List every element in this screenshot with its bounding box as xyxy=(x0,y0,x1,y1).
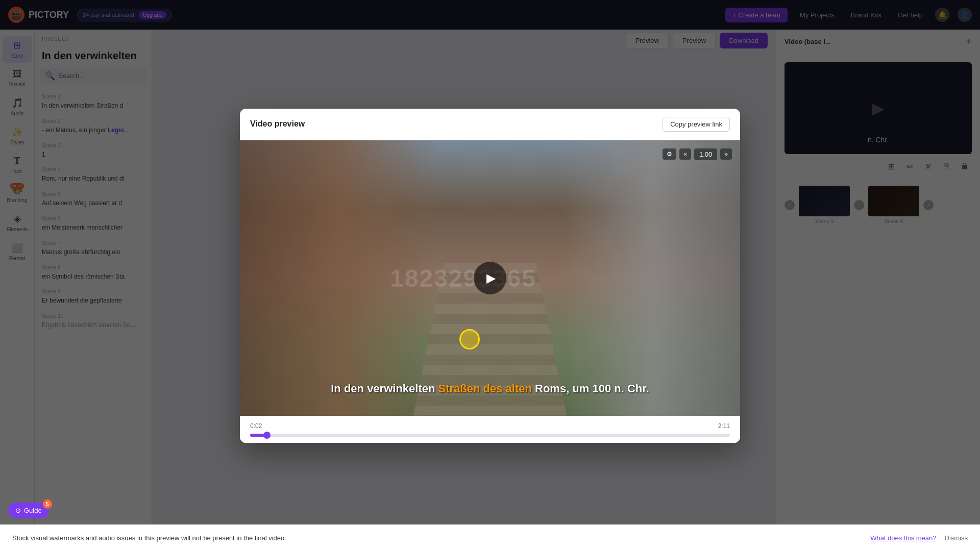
video-background: 1823293365 ▶ In den verwinkelten Straßen… xyxy=(240,140,740,416)
guide-badge: 5 xyxy=(43,499,52,509)
dismiss-button[interactable]: Dismiss xyxy=(945,534,968,542)
settings-button[interactable]: ⚙ xyxy=(663,148,676,160)
video-area: 1823293365 ▶ In den verwinkelten Straßen… xyxy=(240,140,740,416)
cursor-highlight xyxy=(459,329,480,349)
guide-button[interactable]: ⊙ Guide 5 xyxy=(8,503,49,518)
video-timeline: 0:02 2:11 xyxy=(240,416,740,443)
timeline-bar[interactable] xyxy=(250,434,730,437)
play-icon: ▶ xyxy=(486,271,496,285)
notice-actions: What does this mean? Dismiss xyxy=(870,534,968,542)
what-does-this-mean-link[interactable]: What does this mean? xyxy=(870,534,936,542)
current-time: 0:02 xyxy=(250,422,262,430)
bottom-notice: Stock visual watermarks and audio issues… xyxy=(0,524,980,551)
speed-display: 1.00 xyxy=(694,148,717,160)
wall-right xyxy=(565,140,740,416)
modal-overlay[interactable]: Video preview Copy preview link 18232933… xyxy=(0,0,980,551)
rewind-button[interactable]: « xyxy=(679,148,691,160)
video-preview-modal: Video preview Copy preview link 18232933… xyxy=(240,109,740,443)
video-subtitle: In den verwinkelten Straßen des alten Ro… xyxy=(331,382,649,395)
watermark: 1823293365 xyxy=(390,264,536,292)
guide-icon: ⊙ xyxy=(15,507,21,514)
fast-forward-button[interactable]: » xyxy=(720,148,732,160)
video-controls-overlay: ⚙ « 1.00 » xyxy=(663,148,732,160)
notice-text: Stock visual watermarks and audio issues… xyxy=(12,534,286,542)
modal-title: Video preview xyxy=(250,119,305,129)
copy-preview-button[interactable]: Copy preview link xyxy=(663,117,730,132)
timeline-thumb[interactable] xyxy=(263,432,271,439)
timeline-times: 0:02 2:11 xyxy=(250,422,730,430)
modal-header: Video preview Copy preview link xyxy=(240,109,740,140)
guide-label: Guide xyxy=(24,507,42,514)
play-button[interactable]: ▶ xyxy=(474,262,506,294)
total-time: 2:11 xyxy=(718,422,730,430)
app-background: 🎬 PICTORY 14 day trial activated! Upgrad… xyxy=(0,0,980,551)
